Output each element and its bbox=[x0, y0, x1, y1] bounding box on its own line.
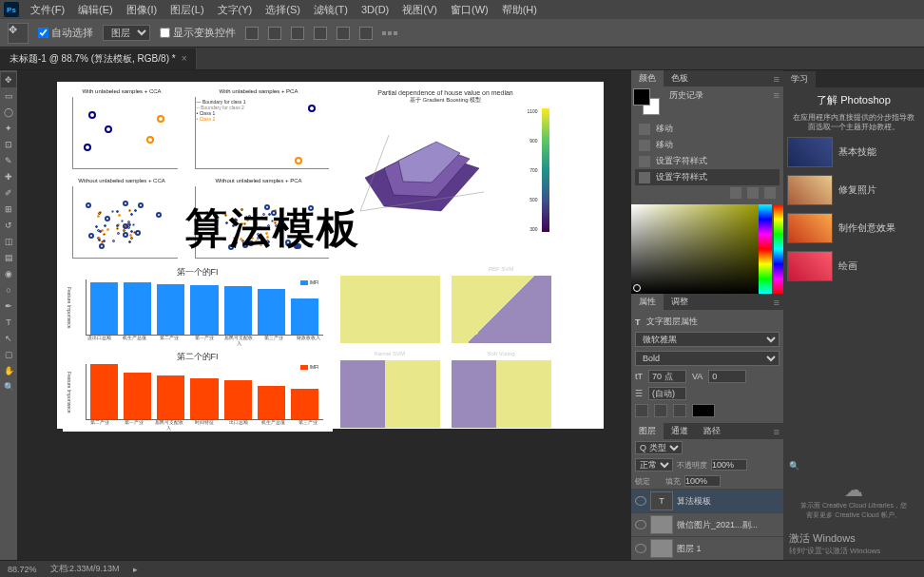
menu-type[interactable]: 文字(Y) bbox=[212, 1, 259, 19]
leading-input[interactable] bbox=[648, 387, 686, 400]
pen-tool[interactable]: ✒ bbox=[1, 298, 16, 314]
distribute-icon[interactable] bbox=[314, 27, 327, 40]
tab-history[interactable]: 历史记录 bbox=[662, 87, 711, 104]
path-tool[interactable]: ↖ bbox=[1, 331, 16, 346]
distribute-icon[interactable] bbox=[359, 27, 373, 40]
color-picker[interactable] bbox=[631, 204, 783, 294]
menu-3d[interactable]: 3D(D) bbox=[356, 2, 395, 17]
layer-name[interactable]: 图层 1 bbox=[677, 543, 702, 555]
crop-tool[interactable]: ⊡ bbox=[1, 137, 16, 152]
tab-adjustments[interactable]: 调整 bbox=[664, 294, 696, 310]
history-item[interactable]: 设置字符样式 bbox=[635, 153, 780, 169]
menu-layer[interactable]: 图层(L) bbox=[164, 1, 209, 19]
trash-icon[interactable] bbox=[764, 187, 776, 199]
blur-tool[interactable]: ◉ bbox=[1, 266, 16, 281]
opacity-input[interactable] bbox=[711, 459, 747, 471]
eraser-tool[interactable]: ◫ bbox=[1, 234, 16, 249]
tab-properties[interactable]: 属性 bbox=[631, 294, 664, 310]
menu-window[interactable]: 窗口(W) bbox=[445, 1, 494, 19]
tab-learn[interactable]: 学习 bbox=[783, 71, 816, 87]
tab-swatches[interactable]: 色板 bbox=[664, 70, 696, 87]
auto-select-target[interactable]: 图层 bbox=[103, 25, 150, 41]
align-center-icon[interactable] bbox=[654, 404, 667, 417]
layer-filter-select[interactable]: Q 类型 bbox=[635, 441, 683, 454]
dodge-tool[interactable]: ○ bbox=[1, 282, 16, 298]
panel-menu-icon[interactable]: ≡ bbox=[770, 297, 783, 308]
menu-file[interactable]: 文件(F) bbox=[25, 1, 70, 19]
zoom-tool[interactable]: 🔍 bbox=[1, 379, 16, 394]
font-family-select[interactable]: 微软雅黑 bbox=[635, 332, 780, 347]
new-doc-icon[interactable] bbox=[747, 187, 759, 199]
align-icon[interactable] bbox=[268, 27, 281, 40]
tab-channels[interactable]: 通道 bbox=[664, 423, 696, 439]
history-item[interactable]: 移动 bbox=[635, 137, 780, 153]
show-transform-checkbox[interactable]: 显示变换控件 bbox=[160, 26, 236, 40]
fg-color[interactable] bbox=[633, 88, 650, 106]
move-tool[interactable]: ✥ bbox=[1, 72, 16, 87]
menu-edit[interactable]: 编辑(E) bbox=[72, 1, 119, 19]
close-tab-icon[interactable]: × bbox=[182, 53, 187, 64]
show-transform-input[interactable] bbox=[160, 28, 170, 38]
fg-bg-swatch[interactable] bbox=[633, 88, 660, 115]
marquee-tool[interactable]: ▭ bbox=[1, 88, 16, 104]
layer-name[interactable]: 微信图片_2021...副... bbox=[677, 519, 758, 531]
heal-tool[interactable]: ✚ bbox=[1, 169, 16, 184]
layer-name[interactable]: 算法模板 bbox=[677, 495, 711, 508]
sv-field[interactable] bbox=[631, 204, 759, 294]
canvas-area[interactable]: With unlabeled samples + CCA With unlabe… bbox=[17, 70, 631, 560]
learn-item-creative[interactable]: 制作创意效果 bbox=[783, 209, 924, 247]
align-icon[interactable] bbox=[245, 27, 259, 40]
text-color-swatch[interactable] bbox=[692, 404, 715, 417]
font-style-select[interactable]: Bold bbox=[635, 351, 780, 366]
tracking-input[interactable] bbox=[708, 370, 746, 383]
learn-item-paint[interactable]: 绘画 bbox=[783, 247, 924, 285]
distribute-icon[interactable] bbox=[337, 27, 350, 40]
menu-view[interactable]: 视图(V) bbox=[396, 1, 443, 19]
menu-filter[interactable]: 滤镜(T) bbox=[308, 1, 354, 19]
menu-help[interactable]: 帮助(H) bbox=[496, 1, 543, 19]
lasso-tool[interactable]: ◯ bbox=[1, 105, 16, 120]
document-tab[interactable]: 未标题-1 @ 88.7% (算法模板, RGB/8) * × bbox=[0, 48, 197, 69]
panel-menu-icon[interactable]: ≡ bbox=[770, 73, 783, 85]
blend-mode-select[interactable]: 正常 bbox=[635, 458, 673, 471]
more-icon[interactable] bbox=[382, 31, 397, 35]
hand-tool[interactable]: ✋ bbox=[1, 363, 16, 378]
layer-row[interactable]: 图层 1 bbox=[631, 536, 783, 560]
library-search[interactable]: 🔍 bbox=[783, 461, 924, 471]
visibility-icon[interactable] bbox=[635, 544, 646, 553]
align-icon[interactable] bbox=[291, 27, 304, 40]
align-left-icon[interactable] bbox=[635, 404, 648, 417]
panel-menu-icon[interactable]: ≡ bbox=[770, 89, 783, 101]
align-right-icon[interactable] bbox=[673, 404, 686, 417]
layer-row[interactable]: T 算法模板 bbox=[631, 489, 783, 512]
document-canvas[interactable]: With unlabeled samples + CCA With unlabe… bbox=[57, 82, 604, 429]
tab-color[interactable]: 颜色 bbox=[631, 70, 664, 87]
snapshot-icon[interactable] bbox=[730, 187, 741, 199]
learn-item-repair[interactable]: 修复照片 bbox=[783, 171, 924, 209]
history-brush-tool[interactable]: ↺ bbox=[1, 218, 16, 233]
stamp-tool[interactable]: ⊞ bbox=[1, 202, 16, 217]
tab-layers[interactable]: 图层 bbox=[631, 423, 664, 439]
learn-item-basic[interactable]: 基本技能 bbox=[783, 133, 924, 171]
visibility-icon[interactable] bbox=[635, 496, 646, 506]
wand-tool[interactable]: ✦ bbox=[1, 121, 16, 136]
sv-cursor[interactable] bbox=[633, 284, 641, 292]
brush-tool[interactable]: ✐ bbox=[1, 185, 16, 201]
auto-select-input[interactable] bbox=[38, 28, 48, 38]
type-tool[interactable]: T bbox=[1, 315, 16, 330]
hue-slider[interactable] bbox=[759, 204, 772, 294]
tab-paths[interactable]: 路径 bbox=[696, 423, 728, 439]
visibility-icon[interactable] bbox=[635, 520, 646, 529]
eyedropper-tool[interactable]: ✎ bbox=[1, 153, 16, 168]
tool-preset-button[interactable]: ✥ bbox=[8, 23, 29, 44]
shape-tool[interactable]: ▢ bbox=[1, 347, 16, 362]
menu-image[interactable]: 图像(I) bbox=[121, 1, 163, 19]
panel-menu-icon[interactable]: ≡ bbox=[770, 426, 783, 437]
layer-row[interactable]: 微信图片_2021...副... bbox=[631, 512, 783, 536]
chevron-right-icon[interactable]: ▸ bbox=[133, 565, 138, 574]
auto-select-checkbox[interactable]: 自动选择 bbox=[38, 26, 93, 40]
document-info[interactable]: 文档:2.33M/9.13M bbox=[50, 563, 120, 575]
menu-select[interactable]: 选择(S) bbox=[260, 1, 306, 19]
zoom-level[interactable]: 88.72% bbox=[8, 565, 37, 574]
fill-input[interactable] bbox=[684, 475, 721, 487]
